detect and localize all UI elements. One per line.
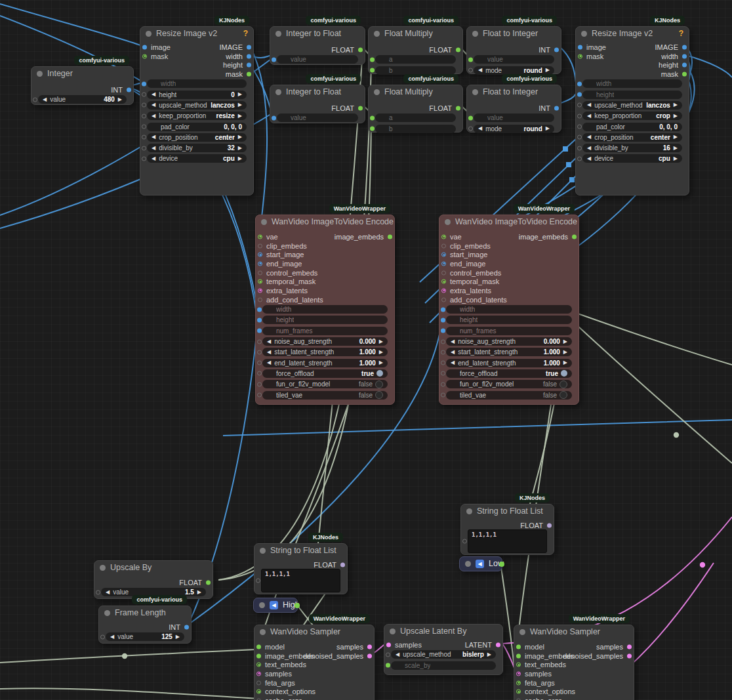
node-string-to-float-list-right[interactable]: KJNodesString to Float ListFLOAT1,1,1,1 — [460, 504, 554, 555]
help-icon[interactable]: ? — [679, 29, 683, 38]
output-slot-dot[interactable] — [496, 642, 500, 647]
widget-pill[interactable]: num_frames — [262, 327, 388, 335]
widget-slot-ring[interactable] — [96, 590, 100, 594]
decrement-arrow-icon[interactable]: ◀ — [152, 156, 155, 161]
widget-pill[interactable]: ◀upscale_methodlanczos▶ — [582, 101, 682, 110]
widget-pill[interactable]: ◀noise_aug_strength0.000▶ — [262, 337, 388, 346]
widget-pill[interactable]: ◀crop_positioncenter▶ — [147, 133, 247, 142]
widget-pad_color[interactable]: pad_color0, 0, 0 — [576, 121, 689, 132]
widget-input-dot[interactable] — [468, 115, 473, 120]
output-slot-dot[interactable] — [499, 562, 504, 567]
toggle-knob[interactable] — [376, 370, 383, 377]
widget-crop_position[interactable]: ◀crop_positioncenter▶ — [140, 132, 253, 142]
input-slot-dot[interactable] — [441, 253, 446, 257]
output-slot-dot[interactable] — [572, 234, 577, 239]
widget-pill[interactable]: value — [277, 55, 358, 64]
node-float-multiply-2[interactable]: comfyui-variousFloat MultiplyFLOATab — [368, 85, 463, 133]
widget-slot-ring[interactable] — [100, 634, 105, 639]
node-titlebar[interactable]: Integer to Float — [270, 27, 365, 40]
output-slot-dot[interactable] — [554, 106, 559, 110]
widget-slot-ring[interactable] — [142, 146, 146, 150]
input-slot-dot[interactable] — [256, 663, 261, 667]
widget-slot-ring[interactable] — [257, 361, 262, 365]
widget-height[interactable]: height — [576, 89, 689, 100]
widget-pill[interactable]: ◀start_latent_strength1.000▶ — [262, 348, 388, 356]
increment-arrow-icon[interactable]: ▶ — [238, 156, 242, 161]
output-slot-dot[interactable] — [367, 653, 372, 658]
output-slot-dot[interactable] — [184, 625, 189, 629]
output-slot-dot[interactable] — [682, 45, 687, 49]
node-low-collapsed[interactable]: ◀Low — [459, 556, 502, 571]
widget-value[interactable]: ◀value125▶ — [99, 632, 191, 642]
widget-slot-ring[interactable] — [142, 156, 146, 161]
widget-slot-ring[interactable] — [257, 371, 262, 376]
input-slot-dot[interactable] — [256, 653, 261, 658]
widget-slot-ring[interactable] — [468, 127, 473, 131]
widget-pill[interactable]: num_frames — [446, 327, 572, 335]
output-slot-dot[interactable] — [554, 47, 559, 52]
decrement-arrow-icon[interactable]: ◀ — [587, 113, 591, 119]
widget-input-dot[interactable] — [370, 57, 375, 62]
collapse-dot-icon[interactable] — [37, 71, 43, 77]
multiline-text-widget[interactable]: 1,1,1,1 — [261, 569, 340, 592]
input-slot-dot[interactable] — [258, 243, 262, 248]
node-titlebar[interactable]: WanVideo Sampler — [514, 625, 634, 638]
widget-pill[interactable]: width — [147, 79, 247, 88]
widget-slot-ring[interactable] — [386, 652, 390, 657]
widget-pill[interactable]: ◀start_latent_strength1.000▶ — [446, 348, 572, 356]
collapse-dot-icon[interactable] — [146, 31, 152, 37]
widget-pill[interactable]: force_offloadtrue — [446, 369, 572, 378]
widget-slot-ring[interactable] — [257, 339, 262, 344]
input-slot-dot[interactable] — [258, 261, 262, 266]
decrement-arrow-icon[interactable]: ◀ — [152, 113, 155, 119]
node-wanvideo-encode-right[interactable]: WanVideoWrapperWanVideo ImageToVideo Enc… — [439, 215, 579, 405]
increment-arrow-icon[interactable]: ▶ — [674, 102, 678, 108]
widget-pill[interactable]: b — [375, 66, 456, 75]
widget-pad_color[interactable]: pad_color0, 0, 0 — [140, 121, 253, 132]
widget-input-dot[interactable] — [272, 115, 276, 120]
node-titlebar[interactable]: Integer — [31, 67, 133, 80]
decrement-arrow-icon[interactable]: ◀ — [152, 92, 155, 97]
input-slot-dot[interactable] — [258, 253, 262, 257]
widget-input-dot[interactable] — [257, 318, 262, 322]
node-wanvideo-sampler-left[interactable]: WanVideoWrapperWanVideo Samplermodelsamp… — [254, 625, 375, 700]
input-slot-dot[interactable] — [516, 671, 521, 676]
output-slot-dot[interactable] — [206, 580, 211, 585]
node-titlebar[interactable]: WanVideo ImageToVideo Encode — [439, 215, 579, 228]
input-slot-dot[interactable] — [256, 680, 261, 685]
increment-arrow-icon[interactable]: ▶ — [238, 146, 242, 151]
increment-arrow-icon[interactable]: ▶ — [176, 634, 180, 640]
widget-num_frames[interactable]: num_frames — [439, 325, 579, 336]
node-canvas[interactable]: comfyui-variousIntegerINT◀value480▶KJNod… — [0, 0, 732, 700]
increment-arrow-icon[interactable]: ▶ — [379, 350, 383, 355]
widget-upscale_method[interactable]: ◀upscale_methodbislerp▶ — [384, 649, 502, 660]
widget-pill[interactable]: ◀upscale_methodlanczos▶ — [147, 101, 247, 110]
decrement-arrow-icon[interactable]: ◀ — [110, 634, 114, 640]
decrement-arrow-icon[interactable]: ◀ — [267, 339, 271, 344]
decrement-arrow-icon[interactable]: ◀ — [451, 339, 455, 344]
output-slot-dot[interactable] — [627, 653, 632, 658]
widget-slot-ring[interactable] — [577, 135, 582, 140]
decrement-arrow-icon[interactable]: ◀ — [587, 102, 591, 108]
widget-input-dot[interactable] — [257, 307, 262, 312]
node-string-to-float-list-left[interactable]: KJNodesString to Float ListFLOAT1,1,1,1 — [254, 543, 348, 594]
widget-slot-ring[interactable] — [257, 382, 262, 386]
node-titlebar[interactable]: Float to Integer — [467, 85, 561, 98]
collapse-dot-icon[interactable] — [466, 508, 472, 514]
widget-device[interactable]: ◀devicecpu▶ — [576, 154, 689, 164]
input-slot-dot[interactable] — [142, 54, 147, 58]
decrement-arrow-icon[interactable]: ◀ — [587, 134, 591, 140]
widget-pill[interactable]: fun_or_fl2v_modelfalse — [262, 380, 388, 388]
node-titlebar[interactable]: ◀High — [254, 598, 297, 611]
output-slot-dot[interactable] — [247, 63, 251, 68]
toggle-knob[interactable] — [375, 391, 383, 399]
widget-end_latent_strength[interactable]: ◀end_latent_strength1.000▶ — [256, 358, 394, 368]
widget-width[interactable]: width — [140, 79, 253, 89]
widget-pill[interactable]: height — [582, 91, 682, 99]
widget-pill[interactable]: ◀devicecpu▶ — [147, 154, 247, 163]
widget-slot-ring[interactable] — [577, 146, 582, 150]
toggle-knob[interactable] — [561, 370, 567, 377]
widget-value[interactable]: value — [467, 113, 561, 123]
widget-input-dot[interactable] — [370, 127, 375, 131]
widget-end_latent_strength[interactable]: ◀end_latent_strength1.000▶ — [439, 358, 579, 368]
